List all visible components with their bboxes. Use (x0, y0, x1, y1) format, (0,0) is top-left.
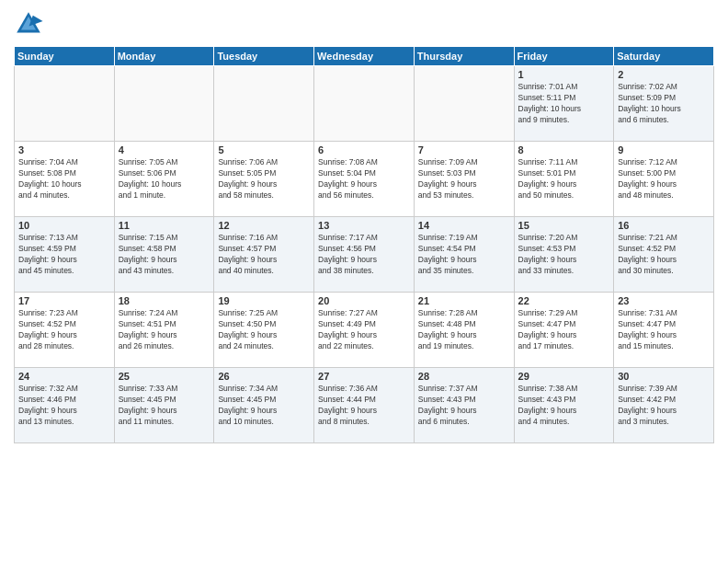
day-info: Sunrise: 7:29 AM Sunset: 4:47 PM Dayligh… (518, 308, 610, 352)
week-row-4: 17Sunrise: 7:23 AM Sunset: 4:52 PM Dayli… (15, 293, 714, 368)
calendar-cell: 4Sunrise: 7:05 AM Sunset: 5:06 PM Daylig… (114, 142, 214, 217)
calendar-cell: 10Sunrise: 7:13 AM Sunset: 4:59 PM Dayli… (15, 217, 115, 293)
day-number: 29 (518, 371, 610, 382)
day-number: 14 (418, 220, 510, 231)
calendar-cell: 5Sunrise: 7:06 AM Sunset: 5:05 PM Daylig… (214, 142, 314, 217)
calendar-cell: 26Sunrise: 7:34 AM Sunset: 4:45 PM Dayli… (214, 368, 314, 443)
weekday-header-friday: Friday (514, 47, 614, 66)
day-info: Sunrise: 7:34 AM Sunset: 4:45 PM Dayligh… (218, 384, 310, 428)
day-number: 7 (418, 144, 510, 155)
day-info: Sunrise: 7:12 AM Sunset: 5:00 PM Dayligh… (618, 157, 710, 201)
day-info: Sunrise: 7:02 AM Sunset: 5:09 PM Dayligh… (618, 82, 710, 126)
day-number: 21 (418, 295, 510, 306)
day-number: 12 (218, 220, 310, 231)
day-info: Sunrise: 7:20 AM Sunset: 4:53 PM Dayligh… (518, 233, 610, 277)
day-number: 10 (18, 220, 110, 231)
day-number: 13 (318, 220, 410, 231)
calendar-cell: 11Sunrise: 7:15 AM Sunset: 4:58 PM Dayli… (114, 217, 214, 293)
logo-icon (14, 9, 43, 39)
calendar-cell: 13Sunrise: 7:17 AM Sunset: 4:56 PM Dayli… (314, 217, 415, 293)
day-info: Sunrise: 7:38 AM Sunset: 4:43 PM Dayligh… (518, 384, 610, 428)
calendar-cell: 15Sunrise: 7:20 AM Sunset: 4:53 PM Dayli… (514, 217, 614, 293)
day-info: Sunrise: 7:06 AM Sunset: 5:05 PM Dayligh… (218, 157, 310, 201)
day-number: 24 (18, 371, 110, 382)
weekday-header-row: SundayMondayTuesdayWednesdayThursdayFrid… (15, 47, 714, 66)
day-info: Sunrise: 7:27 AM Sunset: 4:49 PM Dayligh… (318, 308, 410, 352)
day-info: Sunrise: 7:31 AM Sunset: 4:47 PM Dayligh… (618, 308, 710, 352)
day-info: Sunrise: 7:08 AM Sunset: 5:04 PM Dayligh… (318, 157, 410, 201)
calendar-cell: 22Sunrise: 7:29 AM Sunset: 4:47 PM Dayli… (514, 293, 614, 368)
day-number: 15 (518, 220, 610, 231)
day-number: 5 (218, 144, 310, 155)
day-info: Sunrise: 7:11 AM Sunset: 5:01 PM Dayligh… (518, 157, 610, 201)
week-row-5: 24Sunrise: 7:32 AM Sunset: 4:46 PM Dayli… (15, 368, 714, 443)
day-number: 25 (119, 371, 210, 382)
day-number: 17 (18, 295, 110, 306)
calendar-cell (314, 66, 415, 142)
day-number: 22 (518, 295, 610, 306)
week-row-2: 3Sunrise: 7:04 AM Sunset: 5:08 PM Daylig… (15, 142, 714, 217)
header (14, 9, 714, 39)
calendar-cell (214, 66, 314, 142)
day-number: 11 (119, 220, 210, 231)
day-number: 1 (518, 69, 610, 80)
calendar-cell: 16Sunrise: 7:21 AM Sunset: 4:52 PM Dayli… (614, 217, 714, 293)
calendar-cell: 30Sunrise: 7:39 AM Sunset: 4:42 PM Dayli… (614, 368, 714, 443)
day-number: 18 (119, 295, 210, 306)
calendar-cell: 8Sunrise: 7:11 AM Sunset: 5:01 PM Daylig… (514, 142, 614, 217)
day-info: Sunrise: 7:23 AM Sunset: 4:52 PM Dayligh… (18, 308, 110, 352)
day-info: Sunrise: 7:19 AM Sunset: 4:54 PM Dayligh… (418, 233, 510, 277)
weekday-header-thursday: Thursday (414, 47, 514, 66)
week-row-3: 10Sunrise: 7:13 AM Sunset: 4:59 PM Dayli… (15, 217, 714, 293)
calendar-cell: 23Sunrise: 7:31 AM Sunset: 4:47 PM Dayli… (614, 293, 714, 368)
day-number: 9 (618, 144, 710, 155)
day-info: Sunrise: 7:05 AM Sunset: 5:06 PM Dayligh… (119, 157, 210, 201)
day-number: 2 (618, 69, 710, 80)
weekday-header-tuesday: Tuesday (214, 47, 314, 66)
calendar-cell: 7Sunrise: 7:09 AM Sunset: 5:03 PM Daylig… (414, 142, 514, 217)
calendar-cell: 6Sunrise: 7:08 AM Sunset: 5:04 PM Daylig… (314, 142, 415, 217)
day-info: Sunrise: 7:24 AM Sunset: 4:51 PM Dayligh… (119, 308, 210, 352)
day-number: 4 (119, 144, 210, 155)
day-info: Sunrise: 7:39 AM Sunset: 4:42 PM Dayligh… (618, 384, 710, 428)
calendar-cell: 1Sunrise: 7:01 AM Sunset: 5:11 PM Daylig… (514, 66, 614, 142)
calendar-cell: 25Sunrise: 7:33 AM Sunset: 4:45 PM Dayli… (114, 368, 214, 443)
day-info: Sunrise: 7:32 AM Sunset: 4:46 PM Dayligh… (18, 384, 110, 428)
logo (14, 9, 49, 39)
page: SundayMondayTuesdayWednesdayThursdayFrid… (0, 0, 728, 563)
calendar-cell: 28Sunrise: 7:37 AM Sunset: 4:43 PM Dayli… (414, 368, 514, 443)
day-info: Sunrise: 7:17 AM Sunset: 4:56 PM Dayligh… (318, 233, 410, 277)
day-number: 30 (618, 371, 710, 382)
day-info: Sunrise: 7:09 AM Sunset: 5:03 PM Dayligh… (418, 157, 510, 201)
day-info: Sunrise: 7:28 AM Sunset: 4:48 PM Dayligh… (418, 308, 510, 352)
weekday-header-sunday: Sunday (15, 47, 115, 66)
day-info: Sunrise: 7:01 AM Sunset: 5:11 PM Dayligh… (518, 82, 610, 126)
day-number: 19 (218, 295, 310, 306)
weekday-header-wednesday: Wednesday (314, 47, 415, 66)
day-number: 23 (618, 295, 710, 306)
day-number: 27 (318, 371, 410, 382)
calendar-cell: 12Sunrise: 7:16 AM Sunset: 4:57 PM Dayli… (214, 217, 314, 293)
calendar-cell: 24Sunrise: 7:32 AM Sunset: 4:46 PM Dayli… (15, 368, 115, 443)
calendar-cell: 9Sunrise: 7:12 AM Sunset: 5:00 PM Daylig… (614, 142, 714, 217)
day-info: Sunrise: 7:15 AM Sunset: 4:58 PM Dayligh… (119, 233, 210, 277)
calendar-cell (114, 66, 214, 142)
day-number: 16 (618, 220, 710, 231)
day-info: Sunrise: 7:36 AM Sunset: 4:44 PM Dayligh… (318, 384, 410, 428)
day-info: Sunrise: 7:13 AM Sunset: 4:59 PM Dayligh… (18, 233, 110, 277)
calendar-cell: 29Sunrise: 7:38 AM Sunset: 4:43 PM Dayli… (514, 368, 614, 443)
day-info: Sunrise: 7:25 AM Sunset: 4:50 PM Dayligh… (218, 308, 310, 352)
calendar-cell: 19Sunrise: 7:25 AM Sunset: 4:50 PM Dayli… (214, 293, 314, 368)
calendar-cell: 3Sunrise: 7:04 AM Sunset: 5:08 PM Daylig… (15, 142, 115, 217)
day-info: Sunrise: 7:33 AM Sunset: 4:45 PM Dayligh… (119, 384, 210, 428)
calendar-cell: 27Sunrise: 7:36 AM Sunset: 4:44 PM Dayli… (314, 368, 415, 443)
calendar-cell: 20Sunrise: 7:27 AM Sunset: 4:49 PM Dayli… (314, 293, 415, 368)
calendar-cell: 18Sunrise: 7:24 AM Sunset: 4:51 PM Dayli… (114, 293, 214, 368)
calendar-cell: 17Sunrise: 7:23 AM Sunset: 4:52 PM Dayli… (15, 293, 115, 368)
week-row-1: 1Sunrise: 7:01 AM Sunset: 5:11 PM Daylig… (15, 66, 714, 142)
calendar-cell (414, 66, 514, 142)
weekday-header-saturday: Saturday (614, 47, 714, 66)
day-number: 8 (518, 144, 610, 155)
weekday-header-monday: Monday (114, 47, 214, 66)
calendar-cell (15, 66, 115, 142)
